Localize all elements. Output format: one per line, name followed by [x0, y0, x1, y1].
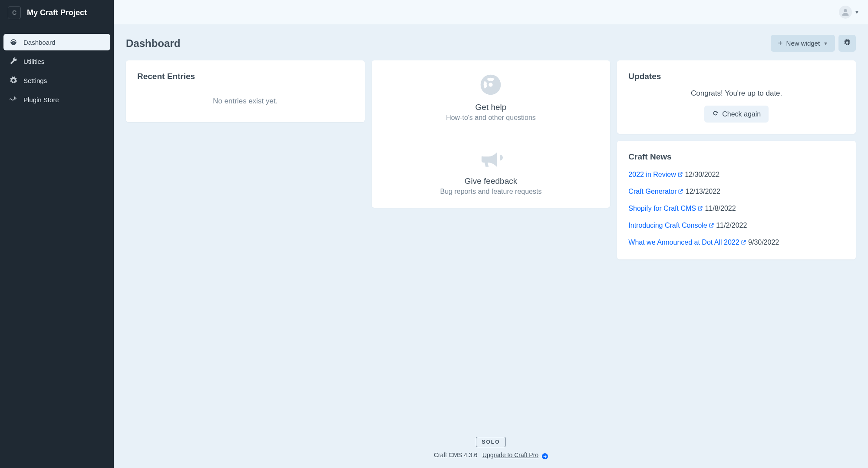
external-link-icon [709, 221, 714, 231]
site-logo[interactable]: C [8, 6, 21, 19]
sidebar-nav: Dashboard Utilities Settings Plugin Stor… [0, 25, 114, 110]
sidebar-item-plugin-store[interactable]: Plugin Store [3, 91, 110, 108]
external-link-icon [678, 187, 683, 197]
widget-title: Craft News [628, 152, 845, 162]
plus-icon [778, 40, 783, 47]
content: Dashboard New widget ▼ [114, 24, 868, 468]
updates-message: Congrats! You're up to date. [628, 89, 845, 98]
check-again-button[interactable]: Check again [704, 106, 769, 123]
news-date: 11/2/2022 [716, 222, 747, 229]
news-item: Introducing Craft Console 11/2/2022 [628, 220, 845, 231]
version-text: Craft CMS 4.3.6 [434, 451, 477, 458]
give-feedback-link[interactable]: Give feedback Bug reports and feature re… [372, 134, 611, 208]
avatar-icon [839, 6, 852, 19]
news-link[interactable]: Introducing Craft Console [628, 222, 714, 229]
upgrade-link[interactable]: Upgrade to Craft Pro [482, 451, 538, 458]
news-list: 2022 in Review 12/30/2022 Craft Generato… [628, 169, 845, 248]
life-ring-icon [380, 73, 602, 98]
sidebar-item-settings[interactable]: Settings [3, 72, 110, 89]
edition-badge[interactable]: SOLO [476, 437, 505, 447]
arrow-right-icon: ➜ [542, 453, 548, 459]
help-subtitle: How-to's and other questions [380, 114, 602, 122]
footer: SOLO Craft CMS 4.3.6 Upgrade to Craft Pr… [126, 424, 856, 468]
wrench-icon [10, 57, 17, 65]
news-item: 2022 in Review 12/30/2022 [628, 169, 845, 180]
gear-icon [10, 76, 17, 84]
sidebar-item-label: Settings [23, 77, 47, 84]
plug-icon [10, 96, 17, 103]
sidebar-item-label: Utilities [23, 58, 44, 65]
news-item: Craft Generator 12/13/2022 [628, 186, 845, 197]
chevron-down-icon: ▼ [855, 10, 859, 15]
new-widget-button[interactable]: New widget ▼ [771, 35, 835, 52]
chevron-down-icon: ▼ [823, 41, 828, 46]
recent-entries-widget: Recent Entries No entries exist yet. [126, 60, 365, 122]
site-name[interactable]: My Craft Project [27, 8, 87, 17]
news-date: 12/30/2022 [685, 171, 719, 178]
refresh-icon [712, 110, 719, 118]
widget-grid: Recent Entries No entries exist yet. Get… [126, 60, 856, 259]
widget-title: Recent Entries [137, 72, 353, 81]
sidebar-header: C My Craft Project [0, 0, 114, 25]
craft-news-widget: Craft News 2022 in Review 12/30/2022 Cra… [617, 141, 856, 259]
support-widget: Get help How-to's and other questions Gi… [372, 60, 611, 208]
news-link[interactable]: Shopify for Craft CMS [628, 205, 703, 212]
external-link-icon [677, 170, 683, 180]
svg-point-0 [844, 9, 847, 12]
news-item: What we Announced at Dot All 2022 9/30/2… [628, 237, 845, 248]
page-header: Dashboard New widget ▼ [126, 35, 856, 52]
right-column: Updates Congrats! You're up to date. Che… [617, 60, 856, 259]
header-actions: New widget ▼ [771, 35, 856, 52]
help-title: Get help [380, 103, 602, 112]
widget-title: Updates [628, 72, 845, 81]
user-menu[interactable]: ▼ [839, 6, 859, 19]
news-date: 11/8/2022 [705, 205, 736, 212]
dashboard-settings-button[interactable] [838, 35, 856, 52]
gear-icon [844, 39, 851, 47]
sidebar-item-utilities[interactable]: Utilities [3, 53, 110, 70]
news-item: Shopify for Craft CMS 11/8/2022 [628, 203, 845, 214]
news-link[interactable]: What we Announced at Dot All 2022 [628, 239, 746, 246]
feedback-title: Give feedback [380, 176, 602, 186]
sidebar-item-dashboard[interactable]: Dashboard [3, 34, 110, 50]
page-title: Dashboard [126, 37, 180, 50]
news-date: 12/13/2022 [686, 188, 720, 195]
external-link-icon [697, 204, 703, 214]
news-link[interactable]: Craft Generator [628, 188, 683, 195]
feedback-subtitle: Bug reports and feature requests [380, 188, 602, 196]
dashboard-icon [10, 38, 17, 46]
empty-state-text: No entries exist yet. [137, 89, 353, 111]
sidebar-item-label: Dashboard [23, 39, 55, 46]
get-help-link[interactable]: Get help How-to's and other questions [372, 60, 611, 134]
sidebar: C My Craft Project Dashboard Utilities [0, 0, 114, 468]
news-link[interactable]: 2022 in Review [628, 171, 683, 178]
sidebar-item-label: Plugin Store [23, 96, 59, 103]
topbar: ▼ [114, 0, 868, 24]
bullhorn-icon [380, 146, 602, 172]
external-link-icon [741, 238, 746, 248]
updates-widget: Updates Congrats! You're up to date. Che… [617, 60, 856, 134]
main: ▼ Dashboard New widget ▼ [114, 0, 868, 468]
news-date: 9/30/2022 [748, 239, 779, 246]
